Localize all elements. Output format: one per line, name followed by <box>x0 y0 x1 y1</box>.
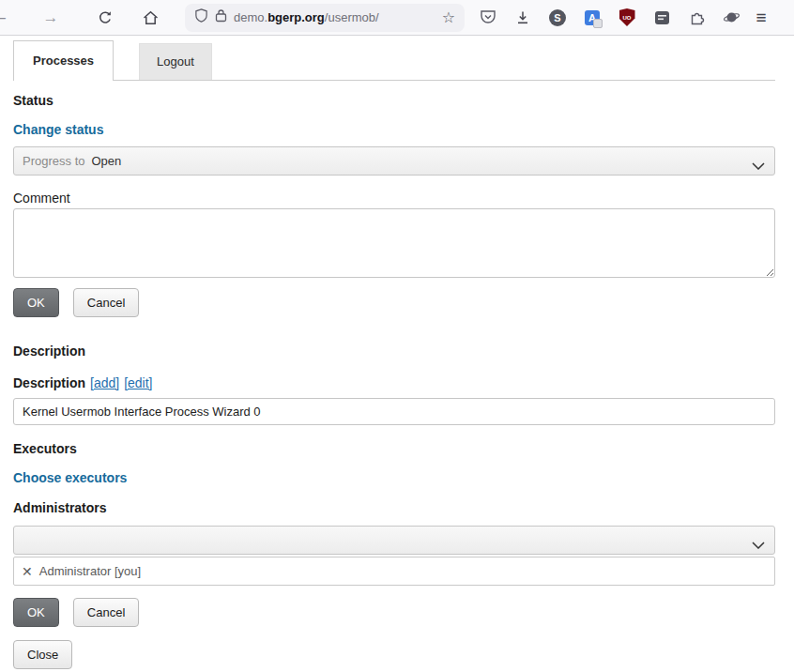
description-label: Description <box>13 375 85 390</box>
browser-toolbar: – → demo.bgerp.org/usermob/ ☆ S A UO <box>0 0 794 36</box>
url-prefix: demo. <box>234 10 267 24</box>
tab-logout[interactable]: Logout <box>139 43 212 80</box>
description-edit-link[interactable]: [edit] <box>124 375 152 390</box>
executors-heading: Executors <box>13 441 775 457</box>
menu-hamburger-icon[interactable]: ≡ <box>747 4 775 32</box>
footer-button-row: Close <box>13 640 775 669</box>
translate-badge: A <box>585 10 600 25</box>
chevron-down-icon <box>752 159 765 173</box>
executors-cancel-button[interactable]: Cancel <box>73 598 139 627</box>
s-extension-icon[interactable]: S <box>547 8 568 28</box>
forward-icon[interactable]: → <box>37 4 65 32</box>
tab-bar: Processes Logout <box>13 39 775 81</box>
remove-administrator-icon[interactable]: ✕ <box>22 564 33 579</box>
change-status-link[interactable]: Change status <box>13 122 775 138</box>
url-bar[interactable]: demo.bgerp.org/usermob/ ☆ <box>185 4 465 32</box>
executors-ok-button[interactable]: OK <box>13 598 59 627</box>
description-heading: Description <box>13 344 775 359</box>
administrator-item-label: Administrator [you] <box>39 564 141 578</box>
status-ok-button[interactable]: OK <box>13 288 59 317</box>
administrators-select[interactable] <box>13 526 775 555</box>
description-add-link[interactable]: [add] <box>90 375 119 390</box>
pocket-icon[interactable] <box>478 8 498 28</box>
extensions-puzzle-icon[interactable] <box>686 8 707 28</box>
choose-executors-link[interactable]: Choose executors <box>13 470 775 486</box>
comment-label: Comment <box>13 191 775 206</box>
ublock-extension-icon[interactable]: UO <box>617 8 637 28</box>
tab-processes[interactable]: Processes <box>13 40 114 81</box>
status-heading: Status <box>13 93 775 109</box>
home-icon[interactable] <box>136 4 164 32</box>
back-icon[interactable]: – <box>0 9 7 26</box>
s-badge: S <box>549 9 566 26</box>
status-cancel-button[interactable]: Cancel <box>73 288 139 317</box>
url-domain: bgerp.org <box>267 10 325 24</box>
translate-extension-icon[interactable]: A <box>582 8 603 28</box>
status-button-row: OK Cancel <box>13 288 775 317</box>
url-text[interactable]: demo.bgerp.org/usermob/ <box>234 10 379 24</box>
chevron-down-icon <box>752 538 765 552</box>
description-input[interactable] <box>13 398 775 425</box>
status-select[interactable]: Progress to Open <box>13 146 775 176</box>
close-button[interactable]: Close <box>13 640 72 669</box>
bookmark-star-icon[interactable]: ☆ <box>442 8 455 26</box>
administrator-list-item: ✕ Administrator [you] <box>13 557 775 586</box>
card-extension-icon[interactable] <box>651 8 672 28</box>
extension-icons: S A UO <box>478 8 741 28</box>
status-select-prefix: Progress to <box>23 154 84 168</box>
reload-icon[interactable] <box>91 4 119 32</box>
comment-textarea[interactable] <box>13 208 775 278</box>
lock-icon[interactable] <box>215 8 227 26</box>
administrators-heading: Administrators <box>13 500 775 516</box>
tracking-shield-icon[interactable] <box>194 8 208 26</box>
ublock-shield: UO <box>619 8 635 26</box>
status-select-value: Open <box>91 154 121 168</box>
url-path: /usermob/ <box>325 10 379 24</box>
download-icon[interactable] <box>512 8 533 28</box>
executors-button-row: OK Cancel <box>13 598 775 627</box>
page-content: Processes Logout Status Change status Pr… <box>0 39 794 669</box>
description-label-line: Description[add][edit] <box>13 375 775 390</box>
planet-extension-icon[interactable] <box>721 8 741 28</box>
